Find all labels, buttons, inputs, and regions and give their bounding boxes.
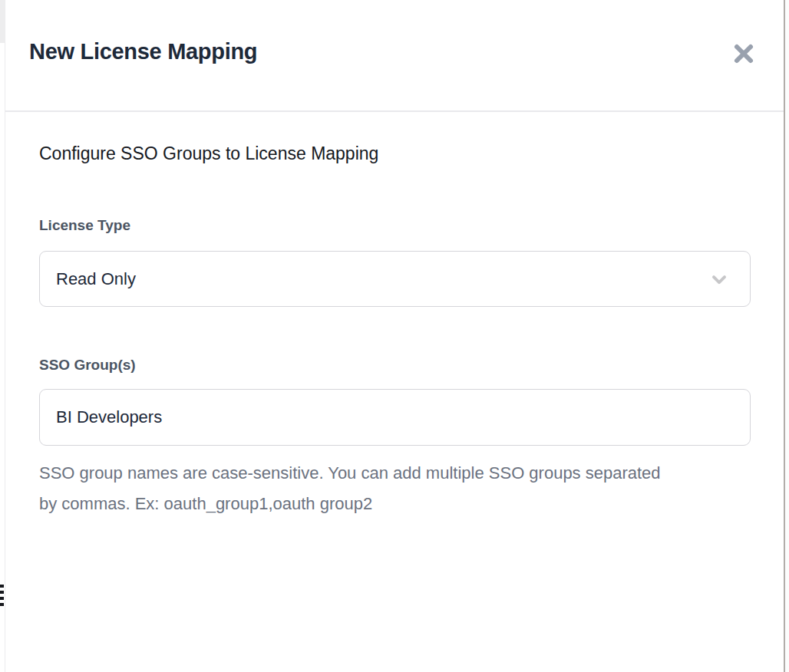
- new-license-mapping-dialog: New License Mapping Configure SSO Groups…: [5, 0, 784, 672]
- dialog-title: New License Mapping: [29, 39, 257, 64]
- sso-groups-input[interactable]: [39, 389, 751, 446]
- page: New License Mapping Configure SSO Groups…: [0, 0, 789, 672]
- chevron-down-icon: [708, 268, 730, 290]
- license-type-select[interactable]: Read Only: [39, 251, 751, 307]
- dialog-body: Configure SSO Groups to License Mapping …: [5, 112, 784, 519]
- close-button[interactable]: [730, 40, 758, 68]
- dialog-subheading: Configure SSO Groups to License Mapping: [39, 143, 750, 164]
- sso-groups-label: SSO Group(s): [39, 356, 750, 374]
- window-right-fill: [785, 0, 789, 672]
- license-type-selected-value: Read Only: [56, 269, 708, 289]
- sso-groups-helper-text: SSO group names are case-sensitive. You …: [39, 458, 669, 519]
- license-type-label: License Type: [39, 216, 750, 235]
- dialog-header: New License Mapping: [5, 0, 784, 112]
- close-icon: [731, 41, 756, 66]
